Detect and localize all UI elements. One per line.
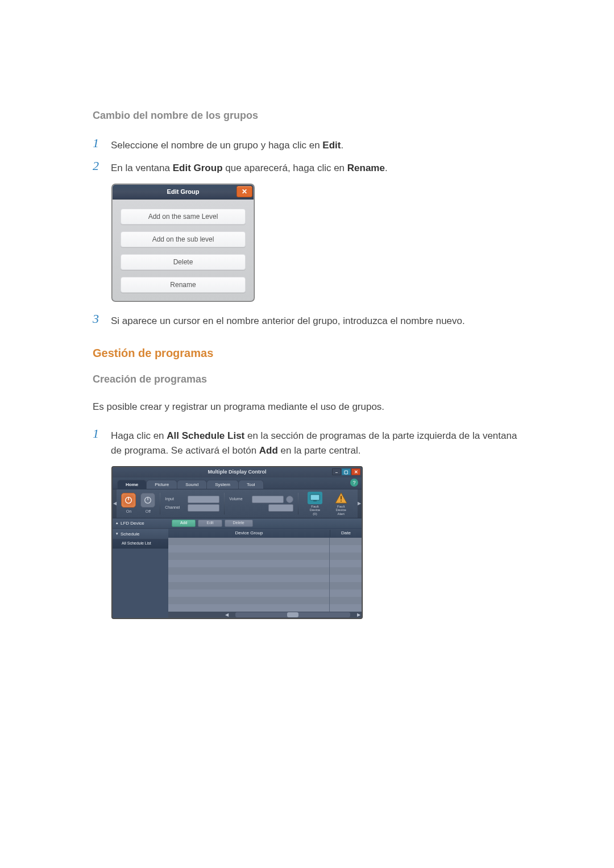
channel-label: Channel <box>165 505 185 511</box>
dialog-titlebar: Edit Group ✕ <box>113 185 254 200</box>
ribbon-group-fault: Fault Device(0) Fault DeviceAlert <box>298 489 357 518</box>
step-text: En la ventana Edit Group que aparecerá, … <box>111 159 388 176</box>
mdc-app-window: Multiple Display Control – ▢ ✕ Home Pict… <box>112 467 362 618</box>
scroll-left-icon: ◀ <box>224 612 230 618</box>
tab-home[interactable]: Home <box>117 480 147 489</box>
step-text: Si aparece un cursor en el nombre anteri… <box>111 312 465 329</box>
edit-group-dialog: Edit Group ✕ Add on the same Level Add o… <box>112 184 254 301</box>
monitor-icon <box>308 492 322 504</box>
ribbon-group-volume: Volume <box>225 489 298 518</box>
tab-sound[interactable]: Sound <box>177 480 207 489</box>
delete-schedule-button[interactable]: Delete <box>225 520 253 527</box>
grid-body <box>168 538 362 612</box>
table-row <box>168 589 362 597</box>
main-panel: Add Edit Delete Device Group Date <box>168 518 362 618</box>
input-label: Input <box>165 496 185 502</box>
volume-knob[interactable] <box>286 496 293 503</box>
table-row <box>168 560 362 567</box>
maximize-button[interactable]: ▢ <box>342 468 351 475</box>
step-text: Seleccione el nombre de un grupo y haga … <box>111 136 343 153</box>
warning-icon <box>334 492 349 504</box>
sidebar: ▴ LFD Device ▾ Schedule All Schedule Lis… <box>113 518 168 618</box>
fault-device-alert[interactable]: Fault DeviceAlert <box>329 491 353 517</box>
add-same-level-button[interactable]: Add on the same Level <box>121 209 246 225</box>
table-row <box>168 582 362 589</box>
ribbon-group-input: Input Channel <box>160 489 224 518</box>
close-button[interactable]: ✕ <box>237 186 252 197</box>
scrollbar-thumb[interactable] <box>287 612 298 617</box>
sidebar-head-label: LFD Device <box>121 520 144 527</box>
chevron-down-icon: ▾ <box>116 531 118 537</box>
tab-tool[interactable]: Tool <box>238 480 264 489</box>
dialog-body: Add on the same Level Add on the sub lev… <box>113 200 254 301</box>
table-row <box>168 538 362 545</box>
power-off-button[interactable] <box>140 493 155 508</box>
add-button[interactable]: Add <box>172 520 196 527</box>
power-icon <box>143 496 152 505</box>
svg-rect-7 <box>341 496 342 499</box>
edit-button[interactable]: Edit <box>198 520 222 527</box>
subheading-create-schedules: Creación de programas <box>93 372 523 387</box>
step-3: 3 Si aparece un cursor en el nombre ante… <box>93 312 523 329</box>
step-number: 1 <box>93 426 103 441</box>
minimize-button[interactable]: – <box>332 468 341 475</box>
scroll-right-icon: ▶ <box>356 612 362 618</box>
svg-rect-5 <box>313 500 317 501</box>
power-on-label: On <box>121 509 136 515</box>
rename-button[interactable]: Rename <box>121 277 246 293</box>
horizontal-scrollbar[interactable]: ◀ ▶ <box>168 612 362 618</box>
table-row <box>168 567 362 575</box>
app-title: Multiple Display Control <box>208 468 266 476</box>
tab-system[interactable]: System <box>206 480 239 489</box>
mute-button[interactable] <box>268 504 293 512</box>
add-sub-level-button[interactable]: Add on the sub level <box>121 231 246 247</box>
help-button[interactable]: ? <box>350 479 358 487</box>
window-close-button[interactable]: ✕ <box>351 468 360 475</box>
table-row <box>168 604 362 612</box>
intro-paragraph: Es posible crear y registrar un programa… <box>93 400 523 414</box>
app-titlebar: Multiple Display Control – ▢ ✕ <box>113 467 362 477</box>
power-on-button[interactable] <box>121 493 136 508</box>
ribbon-group-power: On Off <box>117 489 160 518</box>
step-1: 1 Haga clic en All Schedule List en la s… <box>93 426 523 458</box>
chevron-up-icon: ▴ <box>116 520 118 526</box>
dialog-title: Edit Group <box>167 187 200 197</box>
input-dropdown[interactable] <box>188 496 219 503</box>
step-2: 2 En la ventana Edit Group que aparecerá… <box>93 159 523 176</box>
step-number: 2 <box>93 159 103 173</box>
sidebar-sub-label: Schedule <box>121 531 139 538</box>
ribbon-scroll-left[interactable]: ◀ <box>113 489 117 518</box>
sidebar-sub-schedule[interactable]: ▾ Schedule <box>113 529 168 539</box>
create-schedule-steps: 1 Haga clic en All Schedule List en la s… <box>93 426 523 458</box>
table-row <box>168 575 362 582</box>
power-off-label: Off <box>140 509 155 515</box>
step-number: 1 <box>93 136 103 151</box>
table-row <box>168 553 362 560</box>
subheading-rename-groups: Cambio del nombre de los grupos <box>93 108 523 123</box>
schedule-toolbar: Add Edit Delete <box>168 518 362 529</box>
col-device-group[interactable]: Device Group <box>168 530 330 537</box>
delete-button[interactable]: Delete <box>121 254 246 270</box>
col-date[interactable]: Date <box>330 530 362 537</box>
close-icon: ✕ <box>242 188 247 195</box>
tab-picture[interactable]: Picture <box>146 480 177 489</box>
svg-rect-4 <box>310 495 320 500</box>
volume-label: Volume <box>229 496 250 502</box>
step-number: 3 <box>93 312 103 326</box>
ribbon-scroll-right[interactable]: ▶ <box>358 489 362 518</box>
sidebar-head-lfd[interactable]: ▴ LFD Device <box>113 518 168 529</box>
sidebar-item-all-schedule[interactable]: All Schedule List <box>113 539 168 549</box>
volume-slider[interactable] <box>252 496 284 503</box>
channel-stepper[interactable] <box>188 504 219 512</box>
rename-steps-list: 1 Seleccione el nombre de un grupo y hag… <box>93 136 523 175</box>
table-row <box>168 545 362 553</box>
rename-steps-list-2: 3 Si aparece un cursor en el nombre ante… <box>93 312 523 329</box>
table-row <box>168 597 362 604</box>
svg-rect-8 <box>341 500 342 501</box>
window-buttons: – ▢ ✕ <box>332 468 360 475</box>
grid-header: Device Group Date <box>168 529 362 538</box>
step-text: Haga clic en All Schedule List en la sec… <box>111 426 523 458</box>
fault-device-count[interactable]: Fault Device(0) <box>303 491 327 517</box>
section-title-schedules: Gestión de programas <box>93 344 523 362</box>
step-1: 1 Seleccione el nombre de un grupo y hag… <box>93 136 523 153</box>
